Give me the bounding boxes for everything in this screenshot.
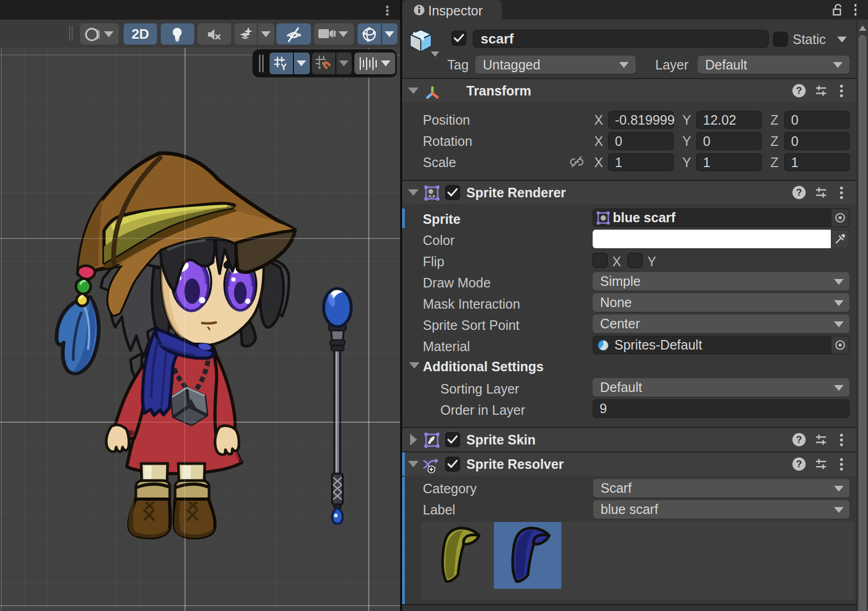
svg-text:?: ? — [796, 85, 802, 96]
svg-text:?: ? — [796, 459, 802, 469]
svg-text:?: ? — [796, 187, 802, 198]
svg-text:?: ? — [796, 434, 802, 445]
